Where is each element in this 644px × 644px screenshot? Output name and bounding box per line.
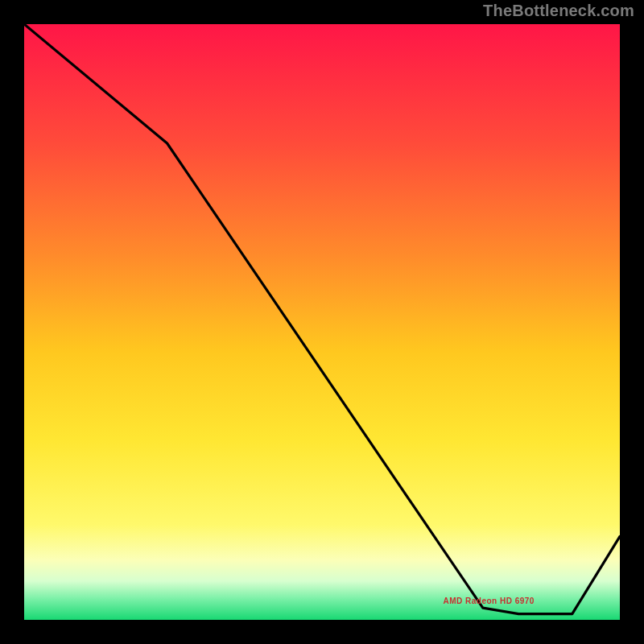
gradient-background (24, 24, 620, 620)
recommended-band-label: AMD Radeon HD 6970 (443, 596, 534, 605)
watermark-text: TheBottleneck.com (483, 2, 634, 20)
chart-svg (24, 24, 620, 620)
chart-frame: TheBottleneck.com AMD Radeon HD 6970 (0, 0, 644, 644)
plot-area: AMD Radeon HD 6970 (24, 24, 620, 620)
